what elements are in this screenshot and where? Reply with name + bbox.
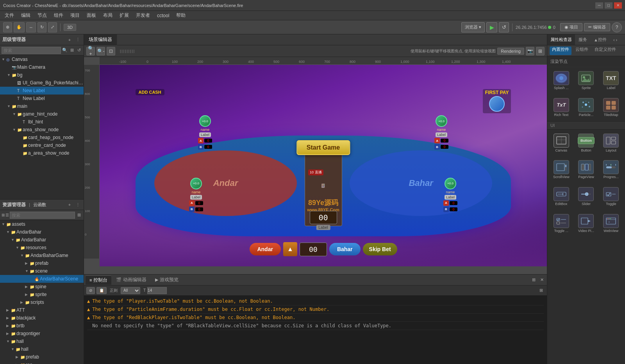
resources-add-btn[interactable]: +: [66, 201, 73, 208]
resources-list-btn[interactable]: ☰: [5, 213, 9, 217]
res-item-brtb[interactable]: ▶ 📁 brtb: [0, 322, 84, 330]
console-clear-btn[interactable]: ⊘: [86, 287, 95, 294]
minimize-button[interactable]: ─: [595, 2, 603, 9]
tab-service[interactable]: 服务: [575, 34, 590, 45]
res-item-prefab2[interactable]: ▶ 📁 prefab: [0, 353, 84, 361]
menu-extend[interactable]: 扩展: [116, 11, 132, 20]
menu-edit[interactable]: 编辑: [18, 11, 34, 20]
scene-tool-zoom-out[interactable]: 🔍-: [96, 47, 105, 55]
hierarchy-refresh-btn[interactable]: ↺: [76, 47, 82, 54]
menu-developer[interactable]: 开发者: [133, 11, 153, 20]
res-item-andarbahar-scene[interactable]: 🔥 AndarBaharScene: [0, 275, 84, 283]
tree-item-new-label-2[interactable]: T New Label: [0, 95, 84, 102]
tool-3d-toggle[interactable]: 3D: [64, 24, 76, 31]
refresh-button[interactable]: ↺: [499, 22, 509, 32]
res-item-hall2[interactable]: ▼ 📁 hall: [0, 345, 84, 353]
maximize-button[interactable]: □: [605, 2, 612, 9]
hierarchy-search-input[interactable]: [2, 47, 61, 54]
console-settings-btn[interactable]: ⊞: [538, 287, 545, 294]
browser-button[interactable]: 浏览器 ▾: [461, 22, 485, 32]
resources-search-input[interactable]: [10, 212, 75, 219]
tree-item-lbl-hint[interactable]: T lbl_hint: [0, 118, 84, 126]
tree-item-centre-card[interactable]: 📁 centre_card_node: [0, 141, 84, 149]
res-item-scripts[interactable]: ▶ 📁 scripts: [0, 298, 84, 306]
comp-sprite[interactable]: Sprite: [575, 70, 598, 92]
comp-layout[interactable]: Layout: [599, 132, 623, 154]
tree-item-game-hint-node[interactable]: ▼ 📁 game_hint_node: [0, 110, 84, 118]
comp-label[interactable]: TXT Label: [599, 70, 623, 92]
hierarchy-settings-btn[interactable]: ⋮: [74, 36, 81, 43]
comp-tab-builtin[interactable]: 内置控件: [550, 46, 571, 55]
comp-richtext[interactable]: TxT Rich Text: [550, 96, 573, 119]
tree-item-area-show-node[interactable]: ▼ 📁 area_show_node: [0, 126, 84, 134]
tool-scale[interactable]: ⤢: [48, 22, 57, 32]
tree-item-bg[interactable]: ▼ 📁 bg: [0, 71, 84, 79]
comp-slider[interactable]: Slider: [575, 186, 598, 208]
game-bahar-button[interactable]: Bahar: [329, 243, 361, 255]
tool-hand[interactable]: ✋: [14, 22, 25, 32]
tab-animation[interactable]: 🎬 动画编辑器: [112, 275, 150, 285]
scene-tool-fit[interactable]: ⊡: [107, 47, 115, 55]
scene-view-btn[interactable]: ⊞: [536, 47, 545, 55]
play-button[interactable]: ▶: [486, 22, 497, 32]
res-item-spine[interactable]: ▶ 📁 spine: [0, 283, 84, 291]
res-item-blackjack[interactable]: ▶ 📁 blackjack: [0, 314, 84, 322]
res-item-andarbahar1[interactable]: ▼ 📁 AndarBahar: [0, 228, 84, 236]
res-item-prefab[interactable]: ▶ 📁 prefab: [0, 259, 84, 267]
scene-camera-btn[interactable]: 📷: [526, 47, 534, 55]
comp-scrollview[interactable]: ScrollView: [550, 159, 573, 181]
res-item-att[interactable]: ▶ 📁 ATT: [0, 306, 84, 314]
comp-editbox[interactable]: EditBox: [550, 186, 573, 208]
res-item-andarbahar-game[interactable]: ▼ 📁 AndarBaharGame: [0, 252, 84, 259]
res-item-sprite[interactable]: ▶ 📁 sprite: [0, 291, 84, 298]
tab-preview[interactable]: ▶ 游戏预览: [151, 275, 182, 285]
start-game-button[interactable]: Start Game: [296, 140, 350, 155]
tab-console[interactable]: ≡ 控制台: [86, 275, 111, 285]
menu-project[interactable]: 项目: [67, 11, 83, 20]
comp-togglegroup[interactable]: Toggle ...: [550, 212, 573, 235]
scene-tool-zoom-in[interactable]: 🔍+: [86, 47, 95, 55]
tree-item-canvas[interactable]: ▼ ◎ Canvas: [0, 55, 84, 63]
menu-file[interactable]: 文件: [2, 11, 17, 20]
tool-move[interactable]: ⊕: [3, 22, 12, 32]
tree-item-card-heap-pos[interactable]: 📁 card_heap_pos_node: [0, 134, 84, 141]
resources-settings-btn[interactable]: ⋮: [74, 201, 81, 208]
tab-properties[interactable]: 属性检查器: [547, 34, 575, 45]
resources-sort-btn[interactable]: ⊞: [2, 213, 5, 217]
tool-transform[interactable]: ↔: [26, 22, 36, 32]
hierarchy-add-btn[interactable]: +: [66, 36, 73, 43]
res-item-assets[interactable]: ▼ 📁 assets: [0, 220, 84, 228]
comp-splash[interactable]: Splash ...: [550, 70, 573, 92]
comp-tab-cloud[interactable]: 云组件: [573, 46, 591, 55]
comp-pageview[interactable]: PageView: [575, 159, 598, 181]
scene-tab-editor[interactable]: 场景编辑器: [84, 34, 117, 45]
close-button[interactable]: ✕: [614, 2, 622, 9]
tree-item-main-camera[interactable]: 📷 Main Camera: [0, 63, 84, 71]
console-font-size-input[interactable]: [147, 287, 167, 294]
comp-tab-custom[interactable]: 自定义控件: [592, 46, 618, 55]
project-button[interactable]: ◉ 项目: [560, 23, 582, 31]
res-item-resources[interactable]: ▼ 📁 resources: [0, 244, 84, 252]
tool-rotate[interactable]: ↻: [38, 22, 46, 32]
comp-canvas[interactable]: Canvas: [550, 132, 573, 154]
tab-chevron[interactable]: ‹ ›: [610, 34, 620, 45]
game-andar-button[interactable]: Andar: [249, 243, 280, 255]
menu-component[interactable]: 组件: [51, 11, 66, 20]
menu-panel[interactable]: 面板: [84, 11, 99, 20]
menu-help[interactable]: 帮助: [173, 11, 189, 20]
comp-button[interactable]: Button Button: [575, 132, 598, 154]
help-button[interactable]: ?: [612, 22, 622, 32]
comp-progress[interactable]: Progres...: [599, 159, 623, 181]
comp-webview[interactable]: e WebView: [599, 212, 623, 235]
comp-toggle[interactable]: Toggle: [599, 186, 623, 208]
menu-node[interactable]: 节点: [34, 11, 50, 20]
rendering-button[interactable]: Rendering: [497, 48, 524, 55]
menu-cctool[interactable]: cctool: [154, 12, 172, 19]
comp-video[interactable]: Video Pi...: [575, 212, 598, 235]
tab-controls[interactable]: ▲ 控件: [591, 34, 610, 45]
resources-filter-btn[interactable]: ⊞: [76, 212, 82, 218]
console-copy-btn[interactable]: 📋: [96, 287, 107, 294]
res-item-hall[interactable]: ▼ 📁 hall: [0, 337, 84, 345]
bottom-panel-close[interactable]: ✕: [538, 277, 545, 284]
res-item-dragontiger[interactable]: ▶ 📁 dragontiger: [0, 330, 84, 337]
